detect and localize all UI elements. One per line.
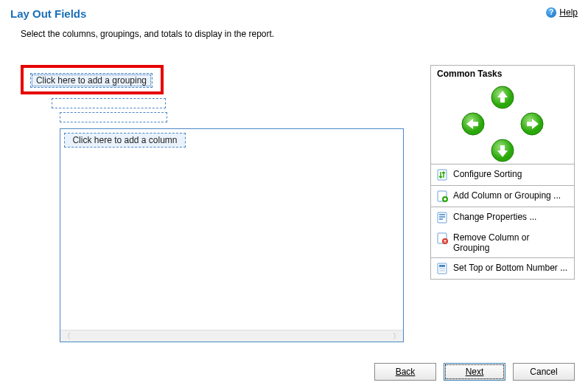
report-canvas: Click here to add a column 〈 〉: [60, 128, 404, 342]
task-label: Configure Sorting: [453, 169, 522, 179]
svg-rect-16: [439, 270, 445, 271]
task-label: Set Top or Bottom Number ...: [453, 263, 567, 273]
cancel-button[interactable]: Cancel: [513, 363, 575, 381]
horizontal-scrollbar[interactable]: 〈 〉: [60, 330, 403, 342]
instruction-text: Select the columns, groupings, and total…: [0, 24, 588, 46]
annotation-highlight: [21, 65, 164, 94]
svg-rect-14: [439, 265, 445, 267]
common-tasks-title: Common Tasks: [431, 66, 574, 82]
task-label: Change Properties ...: [453, 212, 536, 222]
task-set-top-bottom[interactable]: Set Top or Bottom Number ...: [431, 258, 574, 279]
props-icon: [437, 212, 449, 224]
scroll-left-icon[interactable]: 〈: [63, 331, 71, 342]
arrow-up-icon[interactable]: [490, 85, 515, 110]
help-link[interactable]: ? Help: [546, 7, 578, 18]
remove-icon: [437, 232, 449, 244]
next-button[interactable]: Next: [444, 363, 505, 381]
page-title: Lay Out Fields: [10, 7, 86, 20]
svg-rect-4: [438, 170, 447, 180]
grouping-sub-placeholder-1[interactable]: [52, 98, 166, 108]
help-label: Help: [559, 7, 578, 18]
help-icon: ?: [546, 7, 556, 18]
task-change-properties[interactable]: Change Properties ...: [431, 207, 574, 228]
sort-icon: [437, 169, 449, 181]
back-button[interactable]: Back: [374, 363, 436, 381]
svg-rect-8: [439, 214, 445, 215]
arrow-left-icon[interactable]: [461, 111, 486, 136]
svg-rect-9: [439, 216, 445, 218]
grouping-sub-placeholder-2[interactable]: [60, 112, 167, 122]
add-column-placeholder[interactable]: Click here to add a column: [64, 133, 186, 148]
task-label: Remove Column or Grouping: [453, 232, 568, 253]
scroll-right-icon[interactable]: 〉: [393, 331, 400, 342]
svg-rect-15: [439, 268, 445, 269]
arrow-down-icon[interactable]: [490, 138, 515, 163]
svg-rect-10: [439, 218, 443, 220]
arrow-right-icon[interactable]: [519, 111, 545, 136]
task-add-column-grouping[interactable]: Add Column or Grouping ...: [431, 186, 574, 207]
arrow-pad: [431, 82, 574, 164]
add-icon: [437, 190, 449, 202]
wizard-button-row: Back Next Cancel: [374, 363, 575, 381]
task-remove-column-grouping[interactable]: Remove Column or Grouping: [431, 228, 574, 257]
task-configure-sorting[interactable]: Configure Sorting: [431, 164, 574, 185]
task-label: Add Column or Grouping ...: [453, 190, 561, 201]
common-tasks-panel: Common Tasks Configure SortingAdd Column…: [430, 65, 575, 280]
topn-icon: [437, 263, 449, 274]
